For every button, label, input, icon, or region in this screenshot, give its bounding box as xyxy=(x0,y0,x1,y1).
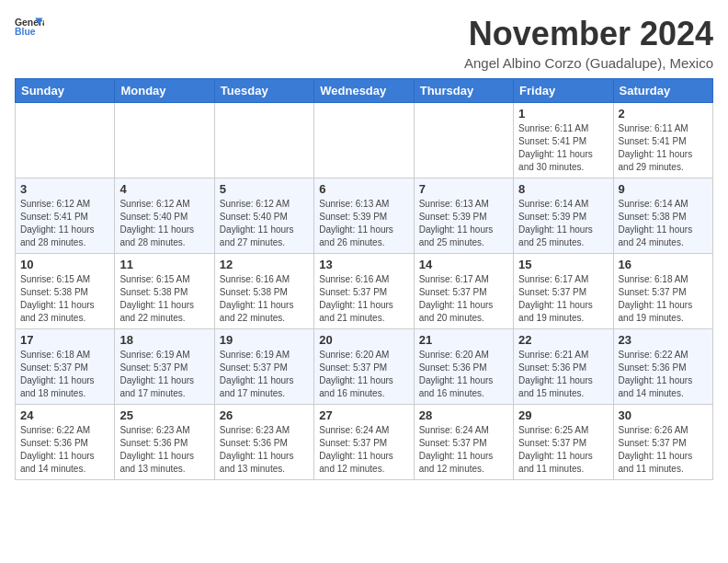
calendar-cell: 26Sunrise: 6:23 AMSunset: 5:36 PMDayligh… xyxy=(214,405,313,480)
calendar-cell: 5Sunrise: 6:12 AMSunset: 5:40 PMDaylight… xyxy=(214,178,313,254)
calendar-week-3: 10Sunrise: 6:15 AMSunset: 5:38 PMDayligh… xyxy=(16,254,713,329)
day-number: 14 xyxy=(419,258,508,271)
day-number: 8 xyxy=(518,182,608,196)
weekday-header-thursday: Thursday xyxy=(414,79,513,103)
day-info: Sunrise: 6:20 AMSunset: 5:37 PMDaylight:… xyxy=(319,349,408,400)
calendar-cell xyxy=(214,103,313,178)
day-info: Sunrise: 6:26 AMSunset: 5:37 PMDaylight:… xyxy=(619,424,708,476)
calendar-cell: 8Sunrise: 6:14 AMSunset: 5:39 PMDaylight… xyxy=(514,178,613,254)
day-number: 4 xyxy=(119,182,209,196)
calendar-cell: 23Sunrise: 6:22 AMSunset: 5:36 PMDayligh… xyxy=(613,329,712,405)
day-number: 5 xyxy=(220,182,309,196)
day-info: Sunrise: 6:12 AMSunset: 5:41 PMDaylight:… xyxy=(20,198,109,249)
day-info: Sunrise: 6:13 AMSunset: 5:39 PMDaylight:… xyxy=(319,198,408,249)
day-number: 1 xyxy=(518,107,608,121)
day-info: Sunrise: 6:19 AMSunset: 5:37 PMDaylight:… xyxy=(220,349,309,400)
calendar-cell: 13Sunrise: 6:16 AMSunset: 5:37 PMDayligh… xyxy=(314,254,414,329)
calendar-cell: 12Sunrise: 6:16 AMSunset: 5:38 PMDayligh… xyxy=(214,254,313,329)
day-info: Sunrise: 6:14 AMSunset: 5:39 PMDaylight:… xyxy=(518,198,608,249)
calendar-cell: 22Sunrise: 6:21 AMSunset: 5:36 PMDayligh… xyxy=(514,329,613,405)
day-number: 29 xyxy=(518,408,608,422)
day-number: 30 xyxy=(619,408,708,422)
calendar-cell xyxy=(314,103,414,178)
calendar-cell: 4Sunrise: 6:12 AMSunset: 5:40 PMDaylight… xyxy=(115,178,214,254)
calendar-cell: 29Sunrise: 6:25 AMSunset: 5:37 PMDayligh… xyxy=(514,405,613,480)
calendar-cell: 17Sunrise: 6:18 AMSunset: 5:37 PMDayligh… xyxy=(16,329,115,405)
weekday-header-row: SundayMondayTuesdayWednesdayThursdayFrid… xyxy=(16,79,713,103)
day-info: Sunrise: 6:23 AMSunset: 5:36 PMDaylight:… xyxy=(119,424,209,476)
calendar-cell: 30Sunrise: 6:26 AMSunset: 5:37 PMDayligh… xyxy=(613,405,712,480)
day-number: 11 xyxy=(119,258,209,271)
calendar-cell: 19Sunrise: 6:19 AMSunset: 5:37 PMDayligh… xyxy=(214,329,313,405)
day-info: Sunrise: 6:22 AMSunset: 5:36 PMDaylight:… xyxy=(619,349,708,400)
day-number: 6 xyxy=(319,182,408,196)
day-number: 21 xyxy=(419,333,508,347)
weekday-header-tuesday: Tuesday xyxy=(214,79,313,103)
calendar-cell: 24Sunrise: 6:22 AMSunset: 5:36 PMDayligh… xyxy=(16,405,115,480)
calendar-cell: 18Sunrise: 6:19 AMSunset: 5:37 PMDayligh… xyxy=(115,329,214,405)
day-number: 19 xyxy=(220,333,309,347)
calendar-cell xyxy=(115,103,214,178)
day-info: Sunrise: 6:23 AMSunset: 5:36 PMDaylight:… xyxy=(220,424,309,476)
calendar-cell xyxy=(414,103,513,178)
day-number: 16 xyxy=(619,258,708,271)
calendar-cell: 11Sunrise: 6:15 AMSunset: 5:38 PMDayligh… xyxy=(115,254,214,329)
day-info: Sunrise: 6:18 AMSunset: 5:37 PMDaylight:… xyxy=(619,273,708,325)
day-number: 22 xyxy=(518,333,608,347)
calendar-table: SundayMondayTuesdayWednesdayThursdayFrid… xyxy=(15,78,713,480)
day-info: Sunrise: 6:17 AMSunset: 5:37 PMDaylight:… xyxy=(419,273,508,325)
calendar-cell: 1Sunrise: 6:11 AMSunset: 5:41 PMDaylight… xyxy=(514,103,613,178)
day-number: 3 xyxy=(20,182,109,196)
calendar-cell xyxy=(16,103,115,178)
day-info: Sunrise: 6:19 AMSunset: 5:37 PMDaylight:… xyxy=(119,349,209,400)
day-number: 23 xyxy=(619,333,708,347)
calendar-cell: 21Sunrise: 6:20 AMSunset: 5:36 PMDayligh… xyxy=(414,329,513,405)
day-info: Sunrise: 6:24 AMSunset: 5:37 PMDaylight:… xyxy=(319,424,408,476)
day-info: Sunrise: 6:15 AMSunset: 5:38 PMDaylight:… xyxy=(20,273,109,325)
calendar-cell: 6Sunrise: 6:13 AMSunset: 5:39 PMDaylight… xyxy=(314,178,414,254)
day-info: Sunrise: 6:12 AMSunset: 5:40 PMDaylight:… xyxy=(220,198,309,249)
calendar-week-2: 3Sunrise: 6:12 AMSunset: 5:41 PMDaylight… xyxy=(16,178,713,254)
day-info: Sunrise: 6:13 AMSunset: 5:39 PMDaylight:… xyxy=(419,198,508,249)
logo: General Blue xyxy=(15,15,44,40)
day-info: Sunrise: 6:11 AMSunset: 5:41 PMDaylight:… xyxy=(518,122,608,174)
day-number: 24 xyxy=(20,408,109,422)
logo-icon: General Blue xyxy=(15,15,44,40)
calendar-cell: 14Sunrise: 6:17 AMSunset: 5:37 PMDayligh… xyxy=(414,254,513,329)
day-number: 15 xyxy=(518,258,608,271)
day-number: 28 xyxy=(419,408,508,422)
day-number: 9 xyxy=(619,182,708,196)
day-number: 26 xyxy=(220,408,309,422)
calendar-cell: 28Sunrise: 6:24 AMSunset: 5:37 PMDayligh… xyxy=(414,405,513,480)
day-info: Sunrise: 6:18 AMSunset: 5:37 PMDaylight:… xyxy=(20,349,109,400)
day-info: Sunrise: 6:20 AMSunset: 5:36 PMDaylight:… xyxy=(419,349,508,400)
calendar-cell: 20Sunrise: 6:20 AMSunset: 5:37 PMDayligh… xyxy=(314,329,414,405)
calendar-cell: 10Sunrise: 6:15 AMSunset: 5:38 PMDayligh… xyxy=(16,254,115,329)
day-number: 27 xyxy=(319,408,408,422)
weekday-header-friday: Friday xyxy=(514,79,613,103)
calendar-body: 1Sunrise: 6:11 AMSunset: 5:41 PMDaylight… xyxy=(16,103,713,480)
page-header: General Blue November 2024 Angel Albino … xyxy=(15,15,713,71)
calendar-cell: 2Sunrise: 6:11 AMSunset: 5:41 PMDaylight… xyxy=(613,103,712,178)
day-info: Sunrise: 6:15 AMSunset: 5:38 PMDaylight:… xyxy=(119,273,209,325)
weekday-header-saturday: Saturday xyxy=(613,79,712,103)
calendar-cell: 25Sunrise: 6:23 AMSunset: 5:36 PMDayligh… xyxy=(115,405,214,480)
weekday-header-wednesday: Wednesday xyxy=(314,79,414,103)
calendar-week-1: 1Sunrise: 6:11 AMSunset: 5:41 PMDaylight… xyxy=(16,103,713,178)
calendar-cell: 27Sunrise: 6:24 AMSunset: 5:37 PMDayligh… xyxy=(314,405,414,480)
location-title: Angel Albino Corzo (Guadalupe), Mexico xyxy=(464,55,713,71)
day-info: Sunrise: 6:16 AMSunset: 5:38 PMDaylight:… xyxy=(220,273,309,325)
calendar-cell: 15Sunrise: 6:17 AMSunset: 5:37 PMDayligh… xyxy=(514,254,613,329)
day-number: 13 xyxy=(319,258,408,271)
day-number: 25 xyxy=(119,408,209,422)
day-number: 17 xyxy=(20,333,109,347)
day-info: Sunrise: 6:22 AMSunset: 5:36 PMDaylight:… xyxy=(20,424,109,476)
day-info: Sunrise: 6:17 AMSunset: 5:37 PMDaylight:… xyxy=(518,273,608,325)
calendar-cell: 3Sunrise: 6:12 AMSunset: 5:41 PMDaylight… xyxy=(16,178,115,254)
calendar-cell: 7Sunrise: 6:13 AMSunset: 5:39 PMDaylight… xyxy=(414,178,513,254)
calendar-cell: 9Sunrise: 6:14 AMSunset: 5:38 PMDaylight… xyxy=(613,178,712,254)
day-info: Sunrise: 6:25 AMSunset: 5:37 PMDaylight:… xyxy=(518,424,608,476)
day-info: Sunrise: 6:21 AMSunset: 5:36 PMDaylight:… xyxy=(518,349,608,400)
calendar-week-4: 17Sunrise: 6:18 AMSunset: 5:37 PMDayligh… xyxy=(16,329,713,405)
day-info: Sunrise: 6:11 AMSunset: 5:41 PMDaylight:… xyxy=(619,122,708,174)
